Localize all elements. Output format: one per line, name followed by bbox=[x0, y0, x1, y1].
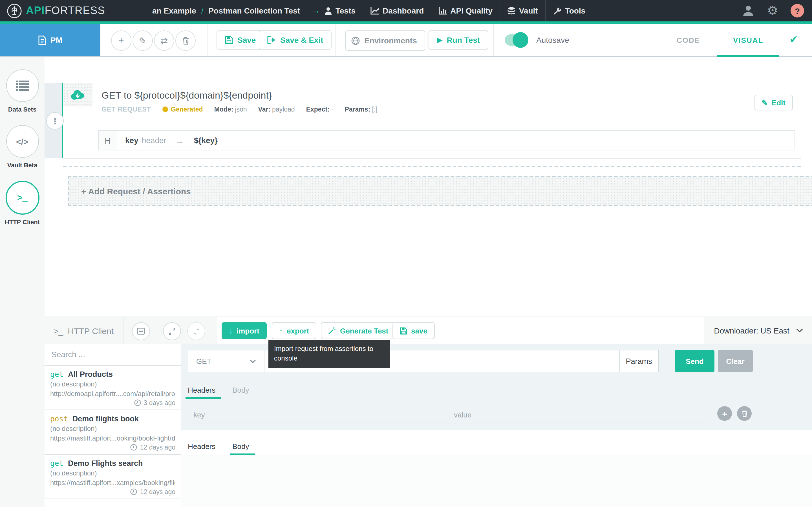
request-url: https://mastiff.apifort...xamples/bookin… bbox=[50, 479, 175, 487]
send-button[interactable]: Send bbox=[675, 350, 714, 372]
export-label: export bbox=[287, 327, 309, 335]
visual-tab-underline bbox=[717, 55, 779, 57]
method-select[interactable]: GET bbox=[188, 350, 264, 372]
nav-item-api-quality[interactable]: API Quality bbox=[431, 0, 500, 21]
help-icon[interactable]: ? bbox=[791, 4, 804, 17]
save-exit-button[interactable]: Save & Exit bbox=[259, 31, 332, 50]
nav-item-vault[interactable]: Vault bbox=[500, 0, 545, 21]
test-composer-canvas: ⋮ GET to ${protocol}${domain}${endpoint}… bbox=[45, 57, 812, 317]
plus-icon: + bbox=[119, 36, 124, 46]
breadcrumb-test[interactable]: Postman Collection Test bbox=[208, 6, 300, 15]
add-request-assertions-button[interactable]: + Add Request / Assertions bbox=[68, 176, 812, 206]
params-button[interactable]: Params bbox=[619, 350, 658, 372]
sidebar-item-label: Data Sets bbox=[8, 106, 36, 113]
http-client-console: GET Params Send Clear Headers Body + bbox=[181, 344, 812, 507]
request-list-item[interactable]: getAll Products (no description) http://… bbox=[45, 365, 181, 410]
tab-code[interactable]: CODE bbox=[677, 36, 700, 45]
clear-button[interactable]: Clear bbox=[718, 350, 753, 372]
remove-header-button[interactable] bbox=[737, 406, 752, 421]
console-icon bbox=[137, 328, 145, 335]
request-url: http://demoapi.apifortr....com/api/retai… bbox=[50, 390, 175, 398]
save-button[interactable]: Save bbox=[216, 31, 264, 50]
edit-button-label: Edit bbox=[772, 98, 785, 107]
meta-expect: Expect:- bbox=[306, 106, 334, 113]
arrow-right-icon: → bbox=[175, 135, 184, 145]
header-type-cell: H bbox=[99, 131, 117, 150]
sidebar-item-data-sets[interactable]: Data Sets bbox=[0, 69, 45, 113]
document-icon bbox=[38, 35, 46, 45]
toolbar-divider bbox=[598, 24, 598, 56]
request-age: 3 days ago bbox=[50, 399, 175, 406]
tab-request-body[interactable]: Body bbox=[232, 386, 249, 399]
client-save-label: save bbox=[411, 327, 427, 335]
cloud-download-icon bbox=[70, 90, 85, 100]
user-profile-icon[interactable] bbox=[742, 4, 755, 17]
console-log-button[interactable] bbox=[132, 322, 150, 340]
tab-visual[interactable]: VISUAL bbox=[733, 36, 763, 45]
tab-response-body[interactable]: Body bbox=[232, 442, 249, 455]
edit-component-button[interactable]: ✎ bbox=[133, 31, 153, 51]
nav-item-tools[interactable]: Tools bbox=[546, 0, 593, 21]
breadcrumb-project[interactable]: an Example bbox=[152, 6, 196, 15]
request-list-item[interactable]: getDemo Flights search (no description) … bbox=[45, 455, 181, 499]
downloader-dropdown[interactable]: Downloader: US East bbox=[704, 317, 812, 344]
header-kv-row: + bbox=[181, 399, 812, 431]
export-button[interactable]: ↑ export bbox=[272, 322, 316, 339]
run-test-label: Run Test bbox=[447, 36, 480, 45]
run-test-button[interactable]: ▶ Run Test bbox=[428, 31, 488, 50]
header-variable-row[interactable]: H key header → ${key} bbox=[98, 130, 795, 151]
request-description: (no description) bbox=[50, 469, 175, 477]
generate-test-label: Generate Test bbox=[340, 327, 389, 335]
meta-mode: Mode:json bbox=[214, 106, 247, 113]
bar-chart-icon bbox=[439, 7, 447, 15]
generate-test-button[interactable]: Generate Test bbox=[321, 322, 396, 339]
import-button[interactable]: ↓ import bbox=[221, 322, 267, 339]
reorder-button[interactable]: ⇄ bbox=[154, 31, 174, 51]
search-input[interactable] bbox=[50, 349, 175, 359]
settings-gear-icon[interactable]: ⚙ bbox=[767, 4, 778, 17]
component-icon-cell bbox=[63, 83, 93, 107]
request-list-item[interactable]: postDemo flights book (no description) h… bbox=[45, 410, 181, 455]
autosave-toggle[interactable] bbox=[505, 34, 527, 46]
header-value-input[interactable] bbox=[453, 406, 710, 424]
arrow-up-icon: ↑ bbox=[279, 327, 283, 335]
arrow-down-icon: ↓ bbox=[229, 327, 233, 335]
tab-request-headers[interactable]: Headers bbox=[188, 386, 215, 399]
response-area bbox=[181, 455, 812, 507]
method-select-value: GET bbox=[196, 357, 211, 365]
generated-badge: Generated bbox=[162, 106, 203, 113]
tab-pm[interactable]: PM bbox=[0, 24, 100, 56]
request-component-card[interactable]: GET to ${protocol}${domain}${endpoint} G… bbox=[63, 83, 801, 159]
sidebar-item-label: HTTP Client bbox=[5, 219, 40, 225]
nav-item-dashboard[interactable]: Dashboard bbox=[363, 0, 431, 21]
request-url: https://mastiff.apifort...ooking/bookFli… bbox=[50, 434, 175, 442]
edit-button[interactable]: ✎ Edit bbox=[754, 95, 793, 110]
save-button-label: Save bbox=[238, 36, 256, 45]
client-save-button[interactable]: save bbox=[393, 322, 435, 339]
collapse-panel-button[interactable] bbox=[187, 322, 205, 340]
header-key-input[interactable] bbox=[192, 406, 452, 424]
delete-button[interactable] bbox=[175, 31, 196, 51]
expand-panel-button[interactable] bbox=[163, 322, 181, 340]
add-component-button[interactable]: + bbox=[111, 31, 132, 51]
kebab-icon: ⋮ bbox=[51, 116, 59, 125]
plus-icon: + bbox=[722, 409, 727, 418]
sidebar-item-vault-beta[interactable]: </> Vault Beta bbox=[0, 125, 45, 168]
brand-logo[interactable]: APIFORTRESS bbox=[7, 0, 105, 21]
globe-icon bbox=[351, 36, 360, 45]
app-window: APIFORTRESS an Example / Postman Collect… bbox=[0, 0, 812, 507]
autosave-control: Autosave bbox=[505, 34, 569, 46]
environments-dropdown[interactable]: Environments bbox=[345, 31, 425, 51]
import-label: import bbox=[237, 327, 259, 335]
nav-item-tests[interactable]: Tests bbox=[317, 0, 363, 21]
swap-arrows-icon: ⇄ bbox=[160, 35, 168, 46]
sidebar-item-http-client[interactable]: >_ HTTP Client bbox=[0, 181, 45, 225]
add-header-button[interactable]: + bbox=[717, 406, 732, 421]
environments-label: Environments bbox=[364, 36, 417, 45]
tab-response-headers[interactable]: Headers bbox=[188, 442, 215, 455]
request-age: 12 days ago bbox=[50, 444, 175, 451]
component-menu-button[interactable]: ⋮ bbox=[46, 112, 64, 129]
request-name: Demo flights book bbox=[72, 414, 139, 423]
left-sidebar: Data Sets </> Vault Beta >_ HTTP Client bbox=[0, 57, 45, 507]
code-tag-icon: </> bbox=[6, 125, 39, 158]
